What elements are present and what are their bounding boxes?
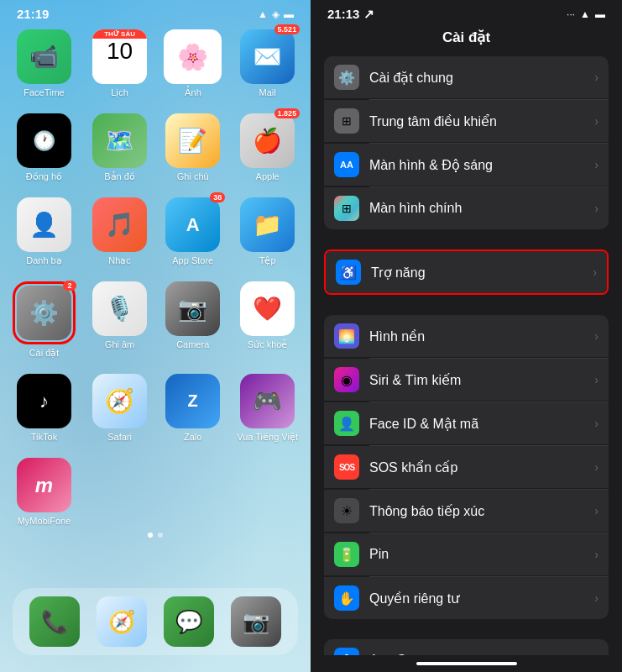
dots-icon: ···: [567, 8, 575, 20]
display-icon: AA: [334, 152, 359, 177]
faceid-label: Face ID & Mật mã: [369, 416, 594, 432]
settings-screen: 21:13 ↗ ··· ▲ ▬ Cài đặt ⚙️ Cài đặt chung…: [311, 0, 622, 672]
app-label-notes: Ghi chú: [177, 171, 209, 181]
app-label-files: Tệp: [259, 255, 276, 266]
dock: 📞 🧭 💬 📷: [13, 588, 298, 655]
settings-item-battery[interactable]: 🔋 Pin ›: [324, 533, 609, 575]
app-label-appstore: App Store: [172, 255, 213, 265]
app-label-music: Nhạc: [108, 255, 131, 266]
exposure-label: Thông báo tiếp xúc: [369, 503, 594, 519]
app-health[interactable]: ❤️ Sức khoẻ: [237, 281, 298, 359]
general-icon: ⚙️: [334, 65, 359, 90]
control-center-label: Trung tâm điều khiển: [369, 113, 594, 129]
app-maps[interactable]: 🗺️ Bản đồ: [91, 113, 149, 182]
wifi-icon: ◈: [272, 8, 280, 20]
signal-icon: ▲: [258, 8, 268, 20]
home-screen: 21:19 ▲ ◈ ▬ 📹 FaceTime THỨ SÁU 10 Lịch 🌸: [0, 0, 311, 672]
exposure-chevron: ›: [594, 504, 598, 517]
settings-item-wallpaper[interactable]: 🌅 Hình nền ›: [324, 315, 609, 357]
battery-settings-icon: 🔋: [334, 542, 359, 567]
app-voice-memo[interactable]: 🎙️ Ghi âm: [91, 281, 149, 359]
app-calendar[interactable]: THỨ SÁU 10 Lịch: [91, 29, 149, 98]
app-settings[interactable]: ⚙️ 2 Cài đặt: [13, 281, 76, 359]
app-zalo[interactable]: Z Zalo: [164, 374, 222, 443]
wallpaper-icon: 🌅: [334, 323, 359, 349]
battery-icon: ▬: [284, 8, 294, 20]
app-mymobifone[interactable]: m MyMobiFone: [13, 458, 76, 526]
dock-messages[interactable]: 💬: [164, 596, 214, 647]
wallpaper-chevron: ›: [594, 329, 598, 343]
app-appstore[interactable]: A 38 App Store: [164, 197, 222, 266]
page-indicator: [0, 533, 311, 538]
app-grid: 📹 FaceTime THỨ SÁU 10 Lịch 🌸 Ảnh ✉️ 5.52…: [0, 21, 311, 526]
app-files[interactable]: 📁 Tệp: [237, 197, 298, 266]
appstore-settings-chevron: ›: [594, 654, 598, 655]
sos-label: SOS khẩn cấp: [369, 459, 594, 475]
status-icons-right: ··· ▲ ▬: [567, 8, 605, 20]
app-mail[interactable]: ✉️ 5.521 Mail: [237, 29, 298, 98]
siri-label: Siri & Tìm kiếm: [369, 372, 594, 388]
settings-item-exposure[interactable]: ☀ Thông báo tiếp xúc ›: [324, 490, 609, 532]
accessibility-icon: ♿: [336, 260, 361, 285]
settings-item-sos[interactable]: SOS SOS khẩn cấp ›: [324, 446, 609, 488]
exposure-icon: ☀: [334, 498, 359, 523]
app-label-health: Sức khoẻ: [248, 339, 288, 350]
general-label: Cài đặt chung: [369, 70, 594, 86]
app-facetime[interactable]: 📹 FaceTime: [13, 29, 76, 98]
app-clock[interactable]: 🕐 Đồng hồ: [13, 113, 76, 182]
appstore-settings-label: App Store: [369, 653, 594, 655]
app-label-voice: Ghi âm: [105, 339, 134, 349]
privacy-icon: ✋: [334, 585, 359, 611]
battery-chevron: ›: [594, 548, 598, 561]
settings-section-1: ⚙️ Cài đặt chung › ⊞ Trung tâm điều khiể…: [324, 56, 609, 229]
app-tiktok[interactable]: ♪ TikTok: [13, 374, 76, 443]
app-contacts[interactable]: 👤 Danh bạ: [13, 197, 76, 266]
app-game[interactable]: 🎮 Vua Tiếng Việt: [237, 374, 298, 443]
settings-section-3: 🌅 Hình nền › ◉ Siri & Tìm kiếm › 👤 Face …: [324, 315, 609, 619]
app-music[interactable]: 🎵 Nhạc: [91, 197, 149, 266]
settings-page-title: Cài đặt: [311, 22, 622, 56]
sos-chevron: ›: [594, 460, 598, 474]
settings-item-appstore[interactable]: A App Store ›: [324, 639, 609, 655]
location-arrow: ↗: [363, 7, 374, 21]
accessibility-label: Trợ năng: [371, 265, 593, 281]
settings-item-control-center[interactable]: ⊞ Trung tâm điều khiển ›: [324, 100, 609, 142]
wallpaper-label: Hình nền: [369, 328, 594, 344]
display-chevron: ›: [594, 158, 598, 171]
app-label-maps: Bản đồ: [104, 171, 135, 182]
sos-icon: SOS: [334, 454, 359, 480]
battery-icon-right: ▬: [595, 8, 605, 20]
settings-item-accessibility[interactable]: ♿ Trợ năng ›: [326, 251, 607, 293]
home-indicator-right: [416, 662, 517, 665]
status-icons-left: ▲ ◈ ▬: [258, 8, 294, 20]
app-label-mail: Mail: [259, 87, 276, 97]
app-notes[interactable]: 📝 Ghi chú: [164, 113, 222, 182]
app-label-mymobifone: MyMobiFone: [18, 516, 71, 526]
settings-item-faceid[interactable]: 👤 Face ID & Mật mã ›: [324, 402, 609, 444]
app-label-game: Vua Tiếng Việt: [237, 432, 298, 443]
dock-safari[interactable]: 🧭: [97, 596, 147, 647]
appstore-badge: 38: [210, 192, 225, 202]
dot-2: [158, 533, 163, 538]
time-right: 21:13 ↗: [327, 7, 374, 22]
app-safari[interactable]: 🧭 Safari: [91, 374, 149, 443]
settings-item-display[interactable]: AA Màn hình & Độ sáng ›: [324, 144, 609, 186]
app-apple[interactable]: 🍎 1.825 Apple: [237, 113, 298, 182]
app-photos[interactable]: 🌸 Ảnh: [164, 29, 222, 98]
app-label-facetime: FaceTime: [24, 87, 65, 97]
faceid-chevron: ›: [594, 417, 598, 430]
privacy-chevron: ›: [594, 591, 598, 605]
settings-item-privacy[interactable]: ✋ Quyền riêng tư ›: [324, 577, 609, 619]
dock-camera[interactable]: 📷: [231, 596, 281, 647]
app-label-tiktok: TikTok: [31, 432, 57, 442]
app-label-calendar: Lịch: [111, 87, 128, 98]
settings-item-homescreen[interactable]: ⊞ Màn hình chính ›: [324, 187, 609, 229]
settings-list: ⚙️ Cài đặt chung › ⊞ Trung tâm điều khiể…: [311, 56, 622, 655]
siri-chevron: ›: [594, 373, 598, 386]
dock-phone[interactable]: 📞: [29, 596, 80, 647]
time-left: 21:19: [17, 7, 49, 21]
app-camera[interactable]: 📷 Camera: [164, 281, 222, 359]
settings-item-siri[interactable]: ◉ Siri & Tìm kiếm ›: [324, 359, 609, 401]
settings-item-general[interactable]: ⚙️ Cài đặt chung ›: [324, 56, 609, 98]
apple-badge: 1.825: [274, 108, 301, 118]
